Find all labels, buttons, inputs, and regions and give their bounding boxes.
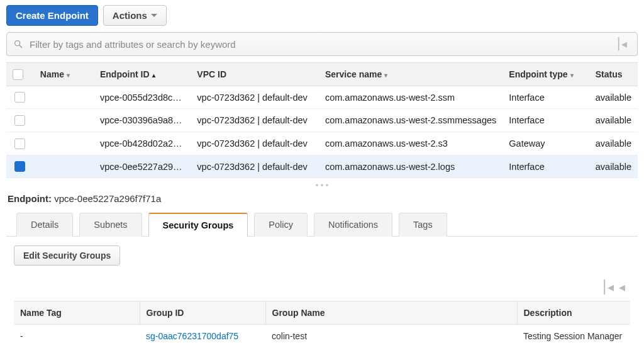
column-description[interactable]: Description [517, 301, 630, 325]
sort-icon: ▾ [384, 72, 387, 79]
svg-point-0 [15, 41, 20, 46]
cell-endpoint-type: Gateway [502, 132, 589, 155]
cell-name-tag: - [14, 325, 140, 343]
cell-endpoint-id: vpce-0ee5227a29… [94, 155, 191, 178]
detail-label: Endpoint: [8, 193, 52, 204]
cell-status: available [589, 155, 638, 178]
create-endpoint-label: Create Endpoint [16, 10, 89, 21]
detail-value: vpce-0ee5227a296f7f71a [54, 193, 161, 204]
table-row[interactable]: -sg-0aac76231700daf75colin-testTesting S… [14, 325, 630, 343]
cell-vpc-id[interactable]: vpc-0723d362 | default-dev [191, 109, 319, 132]
column-name[interactable]: Name▾ [34, 63, 94, 86]
sort-icon: ▾ [67, 72, 70, 79]
cell-name [34, 155, 94, 178]
actions-label: Actions [113, 10, 147, 21]
cell-name [34, 86, 94, 109]
column-vpc-id[interactable]: VPC ID [191, 63, 319, 86]
cell-vpc-id[interactable]: vpc-0723d362 | default-dev [191, 155, 319, 178]
resize-handle[interactable]: ● ● ● [6, 181, 638, 189]
cell-status: available [589, 109, 638, 132]
detail-tabs: Details Subnets Security Groups Policy N… [6, 213, 638, 237]
go-first-page-icon[interactable]: ⎮◂ [601, 279, 614, 295]
create-endpoint-button[interactable]: Create Endpoint [6, 5, 98, 26]
cell-service-name: com.amazonaws.us-west-2.ssmmessages [319, 109, 502, 132]
sort-asc-icon: ▴ [152, 72, 155, 79]
cell-service-name: com.amazonaws.us-west-2.logs [319, 155, 502, 178]
row-checkbox[interactable] [14, 115, 25, 126]
actions-button[interactable]: Actions [103, 5, 167, 26]
cell-status: available [589, 86, 638, 109]
tab-security-groups[interactable]: Security Groups [148, 213, 248, 237]
column-service-name[interactable]: Service name▾ [319, 63, 502, 86]
cell-vpc-id[interactable]: vpc-0723d362 | default-dev [191, 86, 319, 109]
endpoints-table: Name▾ Endpoint ID▴ VPC ID Service name▾ … [6, 62, 638, 178]
go-first-page-icon[interactable]: ⎮◂ [612, 37, 631, 51]
tab-notifications[interactable]: Notifications [314, 213, 392, 237]
sg-pager: ⎮◂ ◂ [14, 277, 630, 301]
cell-service-name: com.amazonaws.us-west-2.s3 [319, 132, 502, 155]
table-row[interactable]: vpce-0b428d02a2…vpc-0723d362 | default-d… [6, 132, 638, 155]
cell-endpoint-type: Interface [502, 86, 589, 109]
cell-endpoint-id: vpce-0055d23d8c… [94, 86, 191, 109]
column-select-all[interactable] [6, 63, 34, 86]
checkbox-icon [13, 69, 23, 80]
security-groups-panel: Edit Security Groups ⎮◂ ◂ Name Tag Group… [6, 236, 638, 343]
search-input[interactable] [28, 38, 607, 50]
column-group-name[interactable]: Group Name [265, 301, 517, 325]
tab-details[interactable]: Details [16, 213, 73, 237]
column-endpoint-id[interactable]: Endpoint ID▴ [94, 63, 191, 86]
cell-endpoint-id: vpce-030396a9a8… [94, 109, 191, 132]
column-status[interactable]: Status [589, 63, 638, 86]
table-header-row: Name Tag Group ID Group Name Description [14, 301, 630, 325]
tab-subnets[interactable]: Subnets [79, 213, 142, 237]
cell-description: Testing Session Manager [517, 325, 630, 343]
cell-vpc-id[interactable]: vpc-0723d362 | default-dev [191, 132, 319, 155]
top-toolbar: Create Endpoint Actions [6, 5, 638, 26]
table-row[interactable]: vpce-0055d23d8c…vpc-0723d362 | default-d… [6, 86, 638, 109]
search-icon [13, 39, 23, 49]
cell-group-name: colin-test [265, 325, 517, 343]
sort-icon: ▾ [570, 72, 574, 79]
column-name-tag[interactable]: Name Tag [14, 301, 140, 325]
search-bar: ⎮◂ [6, 32, 638, 56]
row-checkbox[interactable] [14, 92, 25, 103]
detail-header: Endpoint: vpce-0ee5227a296f7f71a [6, 189, 638, 213]
cell-status: available [589, 132, 638, 155]
cell-name [34, 109, 94, 132]
tab-tags[interactable]: Tags [399, 213, 447, 237]
row-checkbox[interactable] [14, 161, 25, 172]
table-header-row: Name▾ Endpoint ID▴ VPC ID Service name▾ … [6, 63, 638, 86]
go-prev-page-icon[interactable]: ◂ [619, 279, 625, 295]
svg-line-1 [19, 45, 22, 48]
cell-service-name: com.amazonaws.us-west-2.ssm [319, 86, 502, 109]
table-row[interactable]: vpce-030396a9a8…vpc-0723d362 | default-d… [6, 109, 638, 132]
cell-endpoint-id: vpce-0b428d02a2… [94, 132, 191, 155]
cell-name [34, 132, 94, 155]
column-endpoint-type[interactable]: Endpoint type▾ [502, 63, 589, 86]
edit-security-groups-button[interactable]: Edit Security Groups [14, 245, 120, 266]
tab-policy[interactable]: Policy [254, 213, 308, 237]
column-group-id[interactable]: Group ID [140, 301, 265, 325]
chevron-down-icon [151, 14, 157, 17]
security-groups-table: Name Tag Group ID Group Name Description… [14, 301, 630, 343]
cell-endpoint-type: Interface [502, 109, 589, 132]
table-row[interactable]: vpce-0ee5227a29…vpc-0723d362 | default-d… [6, 155, 638, 178]
cell-group-id[interactable]: sg-0aac76231700daf75 [140, 325, 265, 343]
cell-endpoint-type: Interface [502, 155, 589, 178]
row-checkbox[interactable] [14, 138, 25, 149]
